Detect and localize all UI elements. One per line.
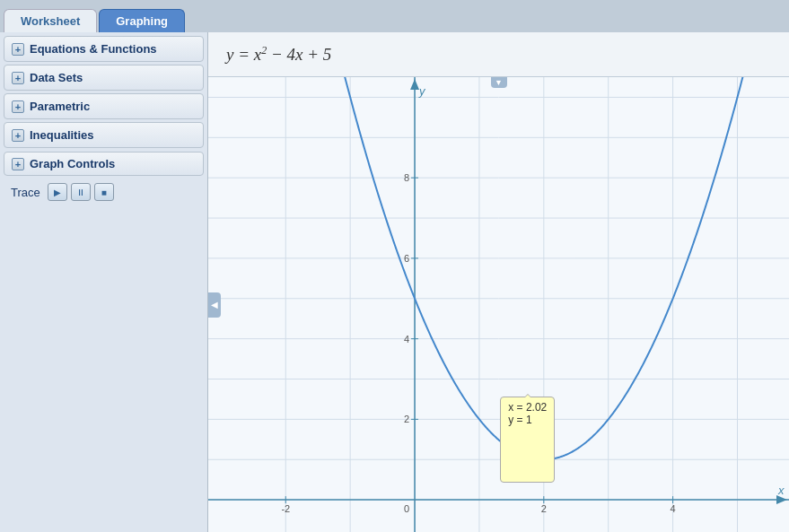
expand-icon-equations: + (12, 43, 24, 56)
expand-icon-datasets: + (12, 72, 24, 84)
expand-icon-parametric: + (12, 100, 24, 113)
pause-button[interactable]: ⏸ (71, 183, 91, 201)
tab-worksheet[interactable]: Worksheet (4, 9, 97, 32)
sidebar-item-parametric[interactable]: + Parametric (4, 93, 204, 119)
trace-label: Trace (11, 186, 40, 199)
play-button[interactable]: ▶ (48, 183, 67, 201)
graphing-tab-label: Graphing (116, 14, 168, 28)
stop-button[interactable]: ■ (94, 183, 114, 201)
graph-tooltip: x = 2.02 y = 1 (500, 397, 555, 483)
graph-container[interactable]: ◀ ▼ x = 2.02 y = 1 (208, 77, 789, 532)
play-icon: ▶ (54, 188, 61, 197)
worksheet-tab-label: Worksheet (21, 14, 80, 28)
stop-icon: ■ (101, 188, 107, 197)
trace-row: Trace ▶ ⏸ ■ (4, 179, 204, 205)
right-panel: y = x2 − 4x + 5 ◀ ▼ x = 2.02 y = 1 (208, 32, 789, 532)
graph-controls-header[interactable]: + Graph Controls (4, 152, 204, 176)
sidebar-label-datasets: Data Sets (30, 71, 83, 84)
collapse-top-button[interactable]: ▼ (491, 77, 507, 88)
sidebar-item-data-sets[interactable]: + Data Sets (4, 65, 204, 91)
expand-icon-graph-controls: + (12, 158, 24, 170)
graph-controls-section: + Graph Controls Trace ▶ ⏸ ■ (4, 152, 204, 205)
left-arrow-icon: ◀ (211, 300, 218, 310)
graph-controls-label: Graph Controls (30, 157, 115, 170)
tab-bar: Worksheet Graphing (0, 0, 789, 32)
tab-graphing[interactable]: Graphing (99, 9, 185, 32)
equation-bar: y = x2 − 4x + 5 (208, 32, 789, 77)
equation-formula: y = x2 − 4x + 5 (226, 44, 331, 65)
sidebar-label-inequalities: Inequalities (30, 128, 94, 142)
pause-icon: ⏸ (76, 188, 85, 197)
expand-icon-inequalities: + (12, 129, 24, 142)
down-arrow-icon: ▼ (495, 78, 503, 87)
graph-canvas (208, 77, 789, 532)
tooltip-y: y = 1 (508, 414, 547, 426)
collapse-sidebar-button[interactable]: ◀ (208, 292, 221, 318)
sidebar-label-parametric: Parametric (30, 100, 90, 113)
sidebar-item-equations-functions[interactable]: + Equations & Functions (4, 36, 204, 62)
tooltip-x: x = 2.02 (508, 401, 547, 414)
sidebar: + Equations & Functions + Data Sets + Pa… (0, 32, 208, 532)
main-layout: + Equations & Functions + Data Sets + Pa… (0, 32, 789, 532)
sidebar-item-inequalities[interactable]: + Inequalities (4, 122, 204, 148)
sidebar-label-equations: Equations & Functions (30, 42, 157, 56)
